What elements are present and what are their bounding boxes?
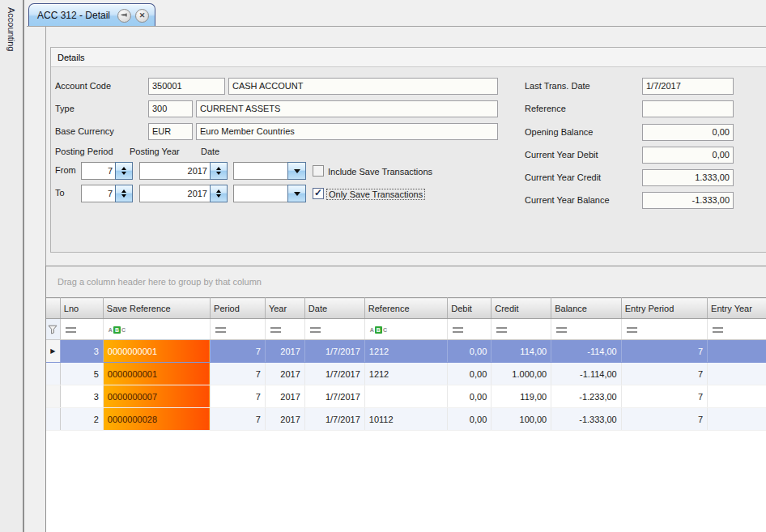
filter-cell-entry_period[interactable] [621,319,707,340]
opening-balance-field[interactable]: 0,00 [642,124,734,141]
cell-save_reference: 0000000028 [103,408,210,431]
pin-icon[interactable] [117,9,131,23]
to-year-spinner[interactable] [210,185,228,202]
grid-filter-row: ABCABC [46,319,766,340]
column-header-credit[interactable]: Credit [492,298,551,319]
type-label: Type [55,104,74,113]
base-currency-label: Base Currency [55,126,114,136]
spin-down-icon [216,194,221,198]
equals-filter-icon [713,327,723,333]
cell-debit: 0,00 [448,385,492,408]
accounting-nav-strip: Accounting [0,0,24,532]
from-year-field[interactable]: 2017 [139,162,211,180]
grid-body: ▶30000000001720171/7/201712120,00114,00-… [46,340,766,431]
column-header-reference[interactable]: Reference [364,298,447,319]
to-period-spinner[interactable] [115,185,133,202]
filter-cell-lno[interactable] [60,319,103,340]
spin-up-icon [216,167,221,170]
cell-entry_period: 7 [621,408,707,431]
filter-cell-date[interactable] [304,319,364,340]
filter-cell-entry_year[interactable] [708,319,766,340]
type-name-field[interactable]: CURRENT ASSETS [196,100,498,117]
table-row[interactable]: 20000000028720171/7/2017101120,00100,00-… [46,408,766,431]
from-date-field[interactable] [233,162,288,180]
table-row[interactable]: ▶30000000001720171/7/201712120,00114,00-… [46,340,766,363]
to-year-field[interactable]: 2017 [139,185,211,202]
spin-down-icon [121,194,126,198]
column-header-period[interactable]: Period [211,298,266,319]
include-save-transactions-checkbox[interactable] [313,165,324,177]
cell-debit: 0,00 [448,408,492,431]
column-header-balance[interactable]: Balance [551,298,622,319]
filter-cell-balance[interactable] [551,319,622,340]
cell-credit: 1.000,00 [492,363,551,385]
nav-tab-accounting[interactable]: Accounting [6,7,16,51]
column-header-entry_period[interactable]: Entry Period [621,298,707,319]
filter-cell-reference[interactable]: ABC [364,319,447,340]
current-year-credit-field[interactable]: 1.333,00 [642,169,734,186]
table-row[interactable]: 50000000001720171/7/201712120,001.000,00… [46,363,766,385]
from-period-spinner[interactable] [115,162,133,180]
equals-filter-icon [66,327,76,333]
abc-filter-icon: ABC [109,326,126,334]
cell-entry_year [708,340,766,363]
transactions-grid: Drag a column header here to group by th… [45,266,766,532]
cell-year: 2017 [265,363,304,385]
only-save-transactions-checkbox[interactable] [313,188,324,199]
to-period-field[interactable]: 7 [81,185,116,202]
current-year-debit-field[interactable]: 0,00 [642,147,734,164]
spin-down-icon [216,172,221,175]
currency-code-field[interactable]: EUR [148,123,193,140]
cell-lno: 3 [60,385,103,408]
table-row[interactable]: 30000000007720171/7/20170,00119,00-1.233… [46,385,766,408]
column-header-date[interactable]: Date [304,298,364,319]
from-year-spinner[interactable] [210,162,228,180]
currency-name-field[interactable]: Euro Member Countries [196,123,498,140]
close-icon[interactable]: ✕ [135,9,149,23]
row-indicator-cell [46,408,60,431]
filter-cell-save_reference[interactable]: ABC [103,319,210,340]
filter-cell-year[interactable] [265,319,304,340]
current-year-balance-field[interactable]: -1.333,00 [642,192,734,209]
cell-save_reference: 0000000001 [103,363,210,385]
equals-filter-icon [496,327,507,333]
filter-cell-debit[interactable] [448,319,492,340]
column-header-lno[interactable]: Lno [60,298,103,319]
row-indicator-cell [46,363,60,385]
cell-entry_period: 7 [621,363,707,385]
cell-lno: 2 [60,408,103,431]
to-date-field[interactable] [233,185,288,202]
date-label: Date [201,147,219,156]
account-code-field[interactable]: 350001 [148,78,225,95]
account-code-label: Account Code [55,81,111,91]
cell-reference: 1212 [364,363,447,385]
cell-year: 2017 [265,408,304,431]
document-tab[interactable]: ACC 312 - Detail ✕ [28,3,155,27]
reference-field[interactable] [642,100,734,117]
last-trans-date-field[interactable]: 1/7/2017 [642,78,734,95]
filter-funnel-icon[interactable] [46,319,60,340]
filter-cell-period[interactable] [211,319,266,340]
cell-reference: 10112 [364,408,447,431]
cell-credit: 119,00 [492,385,551,408]
current-year-balance-label: Current Year Balance [525,195,610,205]
document-tab-title: ACC 312 - Detail [37,10,110,21]
transactions-table: LnoSave ReferencePeriodYearDateReference… [46,297,766,431]
posting-period-label: Posting Period [55,147,113,156]
filter-cell-credit[interactable] [492,319,551,340]
account-name-field[interactable]: CASH ACCOUNT [228,78,498,95]
from-period-field[interactable]: 7 [81,162,116,180]
equals-filter-icon [270,327,281,333]
to-date-dropdown-button[interactable] [287,185,306,202]
type-code-field[interactable]: 300 [148,100,193,117]
column-header-entry_year[interactable]: Entry Year [708,298,766,319]
last-trans-date-label: Last Trans. Date [525,81,590,91]
column-header-save_reference[interactable]: Save Reference [103,298,210,319]
from-date-dropdown-button[interactable] [287,162,306,180]
group-by-panel[interactable]: Drag a column header here to group by th… [46,266,766,297]
cell-save_reference: 0000000007 [103,385,210,408]
cell-entry_period: 7 [621,340,707,363]
column-header-debit[interactable]: Debit [448,298,492,319]
column-header-year[interactable]: Year [265,298,304,319]
cell-credit: 100,00 [492,408,551,431]
